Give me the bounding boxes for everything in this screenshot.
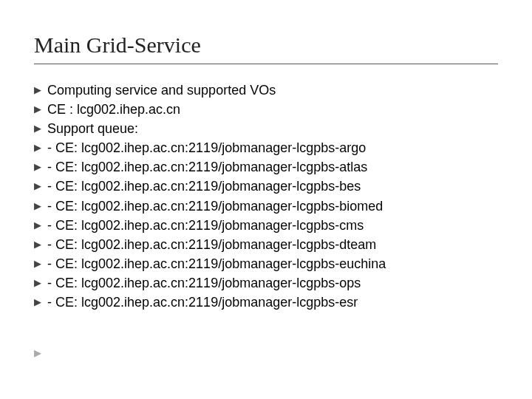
slide: Main Grid-Service ▶ Computing service an… — [0, 0, 532, 381]
bullet-arrow-icon: ▶ — [34, 157, 47, 177]
list-item-text: CE : lcg002.ihep.ac.cn — [47, 100, 498, 119]
list-item: ▶ - CE: lcg002.ihep.ac.cn:2119/jobmanage… — [34, 138, 498, 157]
bullet-arrow-icon: ▶ — [34, 119, 47, 138]
bullet-arrow-icon: ▶ — [34, 138, 47, 157]
list-item-text: Computing service and supported VOs — [47, 81, 498, 100]
list-item: ▶ - CE: lcg002.ihep.ac.cn:2119/jobmanage… — [34, 157, 498, 177]
list-item-text: - CE: lcg002.ihep.ac.cn:2119/jobmanager-… — [47, 177, 498, 196]
list-item: ▶ CE : lcg002.ihep.ac.cn — [34, 100, 498, 119]
bullet-arrow-icon: ▶ — [34, 177, 47, 196]
list-item: ▶ - CE: lcg002.ihep.ac.cn:2119/jobmanage… — [34, 293, 498, 312]
bullet-arrow-icon: ▶ — [34, 81, 47, 100]
list-item: ▶ - CE: lcg002.ihep.ac.cn:2119/jobmanage… — [34, 177, 498, 196]
bullet-arrow-icon: ▶ — [34, 254, 47, 273]
bullet-arrow-icon: ▶ — [34, 293, 47, 312]
bullet-arrow-icon: ▶ — [34, 235, 47, 254]
list-item: ▶ - CE: lcg002.ihep.ac.cn:2119/jobmanage… — [34, 235, 498, 254]
list-item-text: - CE: lcg002.ihep.ac.cn:2119/jobmanager-… — [47, 157, 498, 177]
list-item: ▶ - CE: lcg002.ihep.ac.cn:2119/jobmanage… — [34, 216, 498, 235]
bullet-list: ▶ Computing service and supported VOs ▶ … — [34, 81, 498, 312]
list-item-text: - CE: lcg002.ihep.ac.cn:2119/jobmanager-… — [47, 138, 498, 157]
bullet-arrow-icon: ▶ — [34, 100, 47, 119]
list-item: ▶ - CE: lcg002.ihep.ac.cn:2119/jobmanage… — [34, 254, 498, 273]
list-item-text: Support queue: — [47, 119, 498, 138]
list-item: ▶ Support queue: — [34, 119, 498, 138]
list-item: ▶ Computing service and supported VOs — [34, 81, 498, 100]
list-item: ▶ - CE: lcg002.ihep.ac.cn:2119/jobmanage… — [34, 273, 498, 293]
bullet-arrow-icon: ▶ — [34, 197, 47, 216]
footer-arrow-icon: ▶ — [34, 347, 498, 358]
list-item-text: - CE: lcg002.ihep.ac.cn:2119/jobmanager-… — [47, 216, 498, 235]
list-item-text: - CE: lcg002.ihep.ac.cn:2119/jobmanager-… — [47, 254, 498, 273]
list-item-text: - CE: lcg002.ihep.ac.cn:2119/jobmanager-… — [47, 273, 498, 293]
list-item-text: - CE: lcg002.ihep.ac.cn:2119/jobmanager-… — [47, 197, 498, 216]
list-item: ▶ - CE: lcg002.ihep.ac.cn:2119/jobmanage… — [34, 197, 498, 216]
bullet-arrow-icon: ▶ — [34, 273, 47, 293]
bullet-arrow-icon: ▶ — [34, 216, 47, 235]
list-item-text: - CE: lcg002.ihep.ac.cn:2119/jobmanager-… — [47, 235, 498, 254]
list-item-text: - CE: lcg002.ihep.ac.cn:2119/jobmanager-… — [47, 293, 498, 312]
slide-title: Main Grid-Service — [34, 33, 498, 64]
